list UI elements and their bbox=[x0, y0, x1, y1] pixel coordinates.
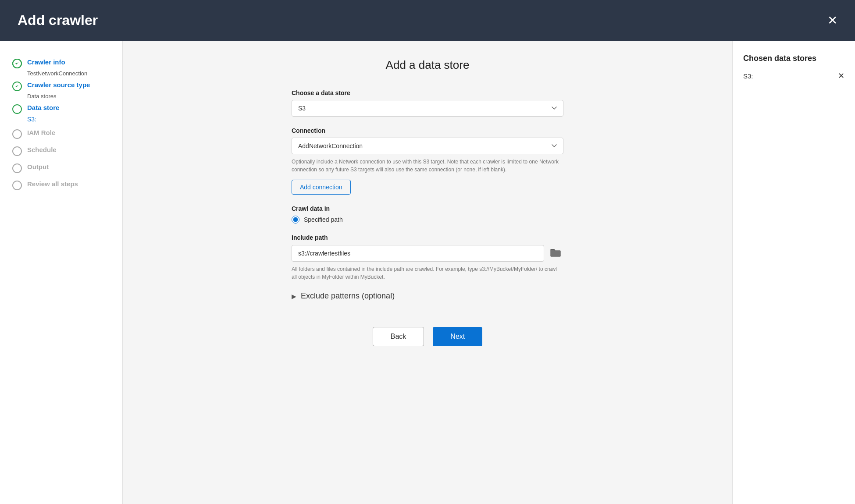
exclude-patterns-label: Exclude patterns (optional) bbox=[301, 291, 395, 301]
svg-point-5 bbox=[13, 147, 21, 156]
sidebar-item-iam-role[interactable]: IAM Role bbox=[12, 129, 110, 140]
modal-title: Add crawler bbox=[18, 12, 98, 28]
include-path-input[interactable] bbox=[292, 245, 544, 262]
chosen-store-label: S3: bbox=[743, 72, 753, 80]
page-title: Add a data store bbox=[149, 58, 706, 72]
footer-actions: Back Next bbox=[292, 327, 563, 355]
main-content: Add a data store Choose a data store S3 … bbox=[123, 41, 732, 504]
include-path-group: Include path All folders and files conta… bbox=[292, 234, 563, 281]
data-store-label: Choose a data store bbox=[292, 89, 563, 96]
right-panel-title: Chosen data stores bbox=[743, 54, 844, 63]
back-button[interactable]: Back bbox=[373, 327, 424, 346]
sidebar-label-crawler-source-type: Crawler source type bbox=[27, 81, 90, 89]
crawl-radio-specified[interactable]: Specified path bbox=[292, 216, 563, 224]
collapse-arrow-icon: ▶ bbox=[292, 293, 296, 300]
svg-point-4 bbox=[13, 130, 21, 138]
exclude-patterns-toggle[interactable]: ▶ Exclude patterns (optional) bbox=[292, 291, 563, 301]
svg-point-7 bbox=[13, 181, 21, 190]
sidebar-sublabel-crawler-source-type: Data stores bbox=[27, 93, 110, 99]
add-connection-button[interactable]: Add connection bbox=[292, 180, 351, 195]
svg-point-6 bbox=[13, 164, 21, 173]
step-icon-data-store bbox=[12, 104, 23, 115]
radio-label-specified-path: Specified path bbox=[304, 216, 343, 223]
connection-hint: Optionally include a Network connection … bbox=[292, 158, 563, 174]
right-panel: Chosen data stores S3: ✕ bbox=[732, 41, 855, 504]
svg-point-3 bbox=[13, 105, 21, 114]
connection-select[interactable]: AddNetworkConnection None bbox=[292, 138, 563, 154]
modal-body: Crawler info TestNetworkConnection Crawl… bbox=[0, 41, 855, 504]
sidebar: Crawler info TestNetworkConnection Crawl… bbox=[0, 41, 123, 504]
folder-icon bbox=[549, 246, 562, 259]
sidebar-item-data-store[interactable]: Data store S3: bbox=[12, 104, 110, 123]
include-path-input-wrapper bbox=[292, 245, 563, 262]
modal-header: Add crawler ✕ bbox=[0, 0, 855, 41]
include-path-label: Include path bbox=[292, 234, 563, 241]
sidebar-label-iam-role: IAM Role bbox=[27, 129, 55, 136]
folder-browse-button[interactable] bbox=[548, 245, 563, 262]
sidebar-substep-s3: S3: bbox=[27, 116, 110, 123]
connection-group: Connection AddNetworkConnection None Opt… bbox=[292, 127, 563, 195]
next-button[interactable]: Next bbox=[433, 327, 482, 346]
crawl-data-in-label: Crawl data in bbox=[292, 205, 563, 212]
data-store-select[interactable]: S3 JDBC DynamoDB bbox=[292, 100, 563, 117]
remove-chosen-store-button[interactable]: ✕ bbox=[838, 72, 844, 80]
sidebar-label-data-store: Data store bbox=[27, 104, 59, 111]
radio-specified-path[interactable] bbox=[292, 216, 299, 224]
sidebar-label-review: Review all steps bbox=[27, 180, 78, 188]
sidebar-label-crawler-info: Crawler info bbox=[27, 58, 65, 66]
sidebar-item-review[interactable]: Review all steps bbox=[12, 180, 110, 191]
sidebar-item-schedule[interactable]: Schedule bbox=[12, 146, 110, 157]
step-icon-output bbox=[12, 163, 23, 174]
step-icon-crawler-info bbox=[12, 59, 23, 69]
step-icon-review bbox=[12, 181, 23, 191]
sidebar-label-output: Output bbox=[27, 163, 49, 170]
form-section: Choose a data store S3 JDBC DynamoDB Con… bbox=[292, 89, 563, 355]
exclude-patterns-section: ▶ Exclude patterns (optional) bbox=[292, 291, 563, 301]
sidebar-item-crawler-info[interactable]: Crawler info TestNetworkConnection bbox=[12, 58, 110, 77]
step-icon-crawler-source-type bbox=[12, 82, 23, 92]
sidebar-item-output[interactable]: Output bbox=[12, 163, 110, 174]
crawl-radio-group: Specified path bbox=[292, 216, 563, 224]
chosen-store-item: S3: ✕ bbox=[743, 72, 844, 80]
data-store-group: Choose a data store S3 JDBC DynamoDB bbox=[292, 89, 563, 117]
crawl-data-in-group: Crawl data in Specified path bbox=[292, 205, 563, 224]
sidebar-label-schedule: Schedule bbox=[27, 146, 57, 153]
sidebar-sublabel-crawler-info: TestNetworkConnection bbox=[27, 70, 110, 77]
add-crawler-modal: Add crawler ✕ Crawler info bbox=[0, 0, 855, 504]
step-icon-iam-role bbox=[12, 129, 23, 140]
step-icon-schedule bbox=[12, 146, 23, 157]
close-button[interactable]: ✕ bbox=[827, 14, 837, 27]
connection-label: Connection bbox=[292, 127, 563, 134]
include-path-hint: All folders and files contained in the i… bbox=[292, 265, 563, 281]
sidebar-item-crawler-source-type[interactable]: Crawler source type Data stores bbox=[12, 81, 110, 99]
